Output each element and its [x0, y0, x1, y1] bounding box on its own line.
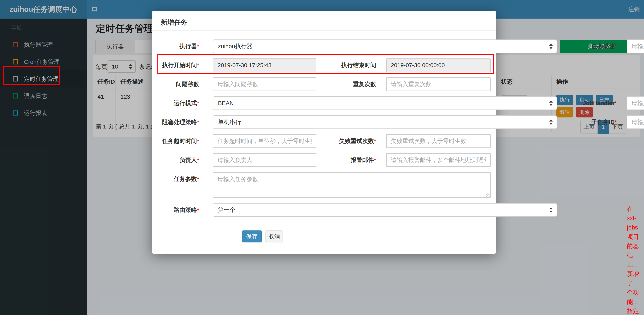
save-button[interactable]: 保存	[242, 230, 262, 242]
block-strategy-select-value: 单机串行	[218, 118, 241, 126]
repeat-count-input[interactable]	[386, 77, 491, 91]
form-row-interval-repeat: 间隔秒数 重复次数	[152, 77, 496, 91]
app-root: zuihou任务调度中心 注销 导航 执行器管理 Cron任务管理 定时任务管理…	[0, 0, 644, 315]
select-arrows-icon	[549, 100, 553, 106]
start-time-label: 执行开始时间	[162, 62, 197, 68]
modal-form: 执行器* zuihou执行器 任务描述* 执行开始时间* 执行结束时间 间隔秒数…	[152, 31, 496, 242]
child-job-id-label: 子任务ID	[592, 119, 614, 125]
executor-select-value: zuihou执行器	[218, 42, 252, 50]
owner-label: 负责人	[180, 157, 197, 163]
required-star: *	[614, 119, 617, 125]
select-arrows-icon	[549, 44, 553, 49]
route-strategy-label: 路由策略	[174, 207, 197, 213]
child-job-id-input[interactable]	[627, 115, 644, 129]
form-row-start-end-time: 执行开始时间* 执行结束时间	[152, 59, 496, 72]
form-row-route-strategy: 路由策略* 第一个 在xxl-jobs项目的基础上，新增了一个功能：指定时间执行…	[152, 203, 496, 217]
job-param-textarea[interactable]	[213, 172, 491, 198]
jobhandler-input[interactable]	[627, 96, 644, 110]
add-job-modal: 新增任务 执行器* zuihou执行器 任务描述* 执行开始时间* 执行结束时间…	[152, 11, 496, 254]
block-strategy-select[interactable]: 单机串行	[213, 115, 557, 129]
timeout-label: 任务超时时间	[162, 138, 197, 144]
required-star: *	[197, 176, 199, 182]
end-time-label: 执行结束时间	[341, 62, 376, 68]
select-arrows-icon	[549, 119, 553, 125]
modal-title: 新增任务	[161, 19, 187, 26]
run-mode-label: 运行模式	[174, 100, 197, 106]
required-star: *	[197, 100, 199, 106]
executor-label: 执行器	[180, 43, 197, 49]
run-mode-select-value: BEAN	[218, 100, 234, 106]
form-row-job-param: 任务参数*	[152, 172, 496, 198]
route-strategy-select[interactable]: 第一个	[213, 203, 557, 217]
form-row-executor-desc: 执行器* zuihou执行器 任务描述*	[152, 40, 496, 53]
form-row-runmode-jobhandler: 运行模式* BEAN JobHandler*	[152, 96, 496, 110]
required-star: *	[197, 157, 199, 163]
modal-header: 新增任务	[152, 11, 496, 31]
required-star: *	[374, 157, 376, 163]
job-desc-input[interactable]	[627, 40, 644, 53]
alarm-email-label: 报警邮件	[350, 157, 374, 163]
start-time-input[interactable]	[213, 59, 316, 72]
retry-count-label: 失败重试次数	[339, 138, 374, 144]
feature-note-text: 在xxl-jobs项目的基础上，新增了一个功能：指定时间执行任务	[627, 203, 639, 217]
job-desc-label: 任务描述	[592, 43, 614, 49]
required-star: *	[197, 207, 199, 213]
end-time-input[interactable]	[386, 59, 491, 72]
required-star: *	[197, 62, 199, 68]
job-param-label: 任务参数	[174, 176, 197, 182]
timeout-input[interactable]	[213, 134, 316, 148]
route-strategy-select-value: 第一个	[218, 206, 235, 214]
retry-count-input[interactable]	[386, 134, 491, 148]
required-star: *	[197, 138, 199, 144]
repeat-count-label: 重复次数	[353, 81, 376, 87]
alarm-email-input[interactable]	[386, 153, 491, 167]
modal-footer: 保存 取消	[152, 223, 496, 242]
resize-handle-icon[interactable]	[486, 193, 490, 197]
required-star: *	[614, 43, 617, 49]
required-star: *	[197, 43, 199, 49]
form-row-blockstrategy-childjob: 阻塞处理策略* 单机串行 子任务ID*	[152, 115, 496, 129]
form-row-timeout-retry: 任务超时时间* 失败重试次数*	[152, 134, 496, 148]
interval-label: 间隔秒数	[176, 81, 199, 87]
required-star: *	[197, 119, 199, 125]
jobhandler-label: JobHandler	[583, 100, 614, 106]
executor-select[interactable]: zuihou执行器	[213, 40, 557, 53]
run-mode-select[interactable]: BEAN	[213, 96, 557, 110]
interval-seconds-input[interactable]	[213, 77, 316, 91]
select-arrows-icon	[549, 207, 553, 213]
required-star: *	[614, 100, 617, 106]
cancel-button[interactable]: 取消	[265, 230, 283, 242]
owner-input[interactable]	[213, 153, 316, 167]
block-strategy-label: 阻塞处理策略	[162, 119, 197, 125]
required-star: *	[374, 138, 376, 144]
form-row-owner-email: 负责人* 报警邮件*	[152, 153, 496, 167]
